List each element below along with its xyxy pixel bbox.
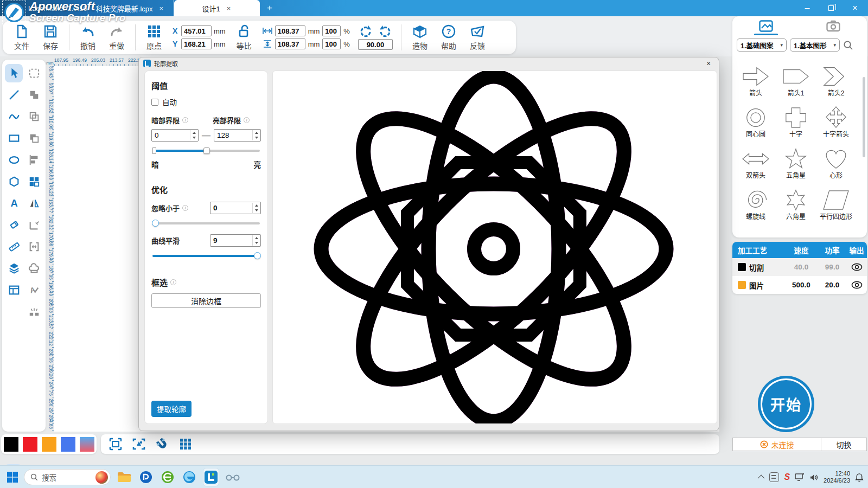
magnet-snap-icon[interactable] bbox=[155, 437, 169, 451]
spin-down-icon[interactable] bbox=[190, 136, 197, 141]
aspect-lock-button[interactable]: 等比 bbox=[234, 24, 254, 51]
rotate-angle-input[interactable]: 90.00 bbox=[358, 39, 393, 50]
notification-bell-icon[interactable] bbox=[855, 473, 864, 482]
ime-tray-icon[interactable] bbox=[769, 472, 779, 482]
info-icon[interactable]: i bbox=[244, 117, 250, 123]
dark-limit-spinner[interactable]: 0 bbox=[151, 129, 199, 142]
table-row[interactable]: 图片 500.0 20.0 bbox=[732, 276, 867, 294]
layer-power[interactable]: 20.0 bbox=[818, 281, 846, 289]
eye-visibility-icon[interactable] bbox=[851, 281, 863, 289]
search-icon[interactable] bbox=[843, 40, 853, 50]
redo-button[interactable]: 重做 bbox=[106, 24, 127, 51]
window-close-button[interactable]: × bbox=[844, 0, 866, 16]
height-input[interactable]: 108.37 bbox=[275, 38, 305, 49]
smooth-slider[interactable] bbox=[151, 252, 261, 260]
category-dropdown-1[interactable]: 1.基础图案 ▾ bbox=[737, 38, 787, 52]
spinner-buttons[interactable] bbox=[252, 235, 260, 246]
shape-item[interactable]: 六角星 bbox=[776, 179, 816, 221]
spin-up-icon[interactable] bbox=[190, 130, 197, 136]
eraser-tool[interactable] bbox=[5, 216, 23, 234]
width-percent-input[interactable]: 100 bbox=[322, 25, 341, 36]
taskbar-file-explorer[interactable] bbox=[116, 468, 132, 486]
protractor-tool[interactable] bbox=[25, 216, 43, 234]
auto-checkbox[interactable] bbox=[151, 99, 158, 106]
search-highlight-image[interactable] bbox=[95, 471, 108, 484]
shape-item[interactable]: 同心圆 bbox=[736, 97, 776, 138]
windows-start-button[interactable] bbox=[7, 471, 18, 483]
shape-item-partial[interactable] bbox=[736, 221, 776, 237]
slider-track[interactable] bbox=[152, 222, 260, 224]
spinner-buttons[interactable] bbox=[190, 130, 197, 140]
spin-up-icon[interactable] bbox=[253, 203, 260, 208]
layer-speed[interactable]: 500.0 bbox=[784, 281, 818, 289]
y-input[interactable]: 168.21 bbox=[181, 38, 212, 49]
start-button[interactable]: 开始 bbox=[758, 376, 814, 432]
sogou-tray-icon[interactable]: S bbox=[784, 472, 790, 482]
marquee-tool[interactable] bbox=[25, 64, 43, 82]
connection-status[interactable]: 未连接 bbox=[733, 438, 821, 451]
table-row[interactable]: 切割 40.0 99.0 bbox=[732, 258, 867, 276]
tab-document-1[interactable]: 科技奖牌最新.lcpx × bbox=[87, 0, 174, 16]
spinner-buttons[interactable] bbox=[252, 130, 260, 140]
help-button[interactable]: ? 帮助 bbox=[438, 24, 459, 51]
ignore-spinner[interactable]: 0 bbox=[210, 202, 261, 214]
taskbar-browser-green[interactable] bbox=[159, 468, 176, 486]
grid-toggle-icon[interactable] bbox=[178, 437, 193, 451]
shape-item[interactable]: 箭头 bbox=[736, 56, 776, 97]
feedback-button[interactable]: 反馈 bbox=[467, 24, 488, 51]
ignore-slider[interactable] bbox=[151, 219, 261, 228]
layer-color-chip[interactable] bbox=[738, 281, 746, 289]
x-input[interactable]: 457.01 bbox=[181, 25, 212, 36]
taskbar-lasermaker-active[interactable] bbox=[203, 468, 219, 486]
taskbar-edge[interactable] bbox=[181, 468, 197, 486]
color-swatch-gradient[interactable] bbox=[80, 437, 94, 452]
tab-gallery[interactable] bbox=[732, 16, 800, 36]
combine-tool[interactable] bbox=[25, 107, 43, 126]
slider-track[interactable] bbox=[152, 255, 260, 257]
color-swatch-orange[interactable] bbox=[42, 437, 56, 452]
spin-down-icon[interactable] bbox=[253, 136, 260, 141]
category-dropdown-2[interactable]: 1.基本图形 ▾ bbox=[790, 38, 840, 52]
file-button[interactable]: 文件 bbox=[11, 24, 32, 51]
shape-item[interactable]: 螺旋线 bbox=[736, 179, 776, 221]
dialog-close-button[interactable]: × bbox=[701, 59, 716, 68]
width-input[interactable]: 108.37 bbox=[275, 25, 305, 36]
slider-handle[interactable] bbox=[254, 252, 261, 259]
rotate-ccw-icon[interactable] bbox=[360, 25, 373, 38]
auto-checkbox-row[interactable]: 自动 bbox=[151, 97, 261, 107]
expand-tool[interactable] bbox=[25, 237, 43, 256]
spin-down-icon[interactable] bbox=[253, 241, 260, 246]
shape-item-partial[interactable] bbox=[776, 221, 816, 237]
taskbar-clock[interactable]: 12:40 2024/6/23 bbox=[824, 470, 850, 484]
table-tool[interactable] bbox=[5, 281, 23, 299]
rotate-cw-icon[interactable] bbox=[378, 25, 391, 38]
window-maximize-button[interactable] bbox=[820, 0, 842, 16]
speaker-tray-icon[interactable] bbox=[809, 473, 819, 481]
tray-expand-icon[interactable] bbox=[758, 474, 765, 481]
taskbar-search-box[interactable]: 搜索 bbox=[24, 469, 111, 485]
mirror-tool[interactable] bbox=[25, 194, 43, 213]
taskbar-app-glasses[interactable] bbox=[225, 468, 241, 486]
subtract-tool[interactable] bbox=[25, 129, 43, 147]
shape-item[interactable]: 箭头1 bbox=[776, 56, 816, 97]
rectangle-tool[interactable] bbox=[5, 129, 23, 147]
shape-item[interactable]: 十字 bbox=[776, 97, 816, 138]
color-swatch-blue[interactable] bbox=[61, 437, 75, 452]
select-tool[interactable] bbox=[5, 64, 23, 82]
dialog-titlebar[interactable]: 轮廓提取 × bbox=[139, 57, 719, 69]
color-swatch-black[interactable] bbox=[4, 437, 18, 452]
spin-up-icon[interactable] bbox=[253, 235, 260, 241]
union-tool[interactable] bbox=[25, 86, 43, 104]
shape-item[interactable]: 五角星 bbox=[776, 138, 816, 179]
tab-camera[interactable] bbox=[800, 16, 867, 36]
save-button[interactable]: 保存 bbox=[40, 24, 61, 51]
eye-visibility-icon[interactable] bbox=[851, 263, 863, 271]
layer-color-chip[interactable] bbox=[738, 263, 746, 271]
frame-tool-icon[interactable] bbox=[108, 437, 123, 451]
text-path-tool[interactable]: A bbox=[25, 281, 43, 299]
fit-view-icon[interactable] bbox=[132, 437, 146, 451]
shape-item[interactable]: 平行四边形 bbox=[816, 179, 856, 221]
switch-device-button[interactable]: 切换 bbox=[821, 438, 866, 451]
slider-handle-bright[interactable] bbox=[203, 147, 210, 154]
layer-speed[interactable]: 40.0 bbox=[784, 263, 818, 271]
